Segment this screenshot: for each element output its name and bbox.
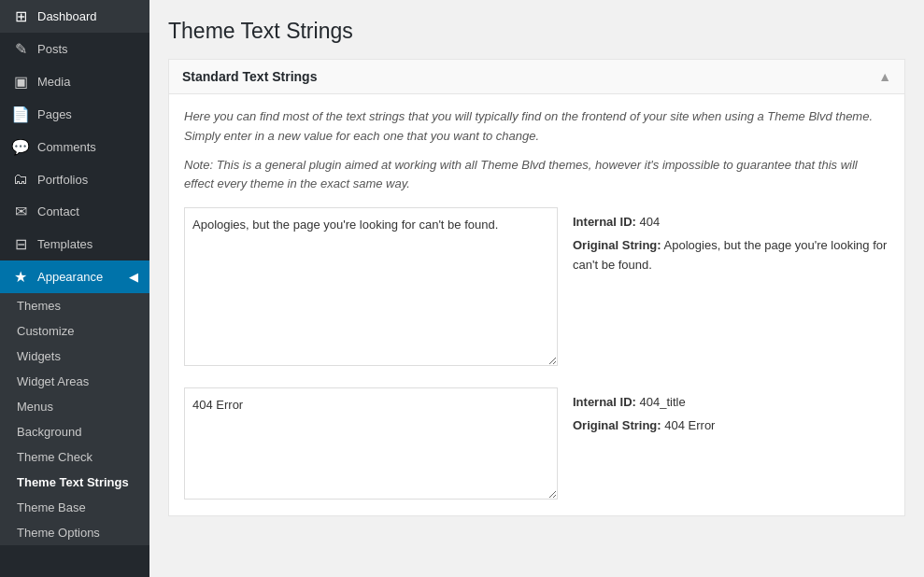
sidebar-subitem-widget-areas[interactable]: Widget Areas (0, 369, 149, 394)
panel-description-1: Here you can find most of the text strin… (184, 107, 889, 147)
sidebar-subitem-background[interactable]: Background (0, 419, 149, 444)
standard-text-strings-panel: Standard Text Strings ▲ Here you can fin… (168, 59, 905, 516)
sidebar-subitem-widgets[interactable]: Widgets (0, 344, 149, 369)
sidebar-item-label: Comments (37, 140, 96, 154)
sidebar-item-appearance[interactable]: ★ Appearance ◀ (0, 260, 149, 293)
sidebar-item-label: Pages (37, 107, 72, 121)
sidebar-item-media[interactable]: ▣ Media (0, 65, 149, 98)
sidebar-subitem-themes[interactable]: Themes (0, 293, 149, 318)
internal-id-label-404-title: Internal ID: (573, 395, 636, 409)
sidebar-item-contact[interactable]: ✉ Contact (0, 195, 149, 228)
internal-id-value-404-title: 404_title (640, 395, 686, 409)
media-icon: ▣ (11, 73, 30, 91)
comments-icon: 💬 (11, 138, 30, 156)
sidebar-item-pages[interactable]: 📄 Pages (0, 98, 149, 131)
dashboard-icon: ⊞ (11, 7, 30, 25)
sidebar-subitem-menus[interactable]: Menus (0, 394, 149, 419)
page-title: Theme Text Strings (168, 19, 905, 44)
sidebar-item-label: Posts (37, 42, 68, 56)
original-string-label-404-title: Original String: (573, 418, 661, 432)
original-string-value-404-title: 404 Error (664, 418, 715, 432)
pages-icon: 📄 (11, 106, 30, 123)
sidebar-item-label: Media (37, 75, 70, 89)
string-input-404[interactable] (184, 207, 558, 366)
internal-id-label-404: Internal ID: (573, 215, 636, 229)
string-row-404-title: Internal ID: 404_title Original String: … (184, 387, 889, 502)
sidebar-item-posts[interactable]: ✎ Posts (0, 33, 149, 65)
sidebar-item-dashboard[interactable]: ⊞ Dashboard (0, 0, 149, 33)
internal-id-line-404-title: Internal ID: 404_title (573, 393, 889, 413)
sidebar-subitem-customize[interactable]: Customize (0, 318, 149, 344)
sidebar-subitem-theme-text-strings[interactable]: Theme Text Strings (0, 470, 149, 495)
string-info-404: Internal ID: 404 Original String: Apolog… (573, 207, 889, 274)
string-info-404-title: Internal ID: 404_title Original String: … (573, 387, 889, 436)
appearance-submenu: Themes Customize Widgets Widget Areas Me… (0, 293, 149, 545)
internal-id-line-404: Internal ID: 404 (573, 213, 889, 232)
sidebar: ⊞ Dashboard ✎ Posts ▣ Media 📄 Pages 💬 Co… (0, 0, 149, 577)
panel-toggle-button[interactable]: ▲ (878, 69, 891, 84)
sidebar-subitem-theme-base[interactable]: Theme Base (0, 495, 149, 520)
string-textarea-404-title (184, 387, 558, 502)
posts-icon: ✎ (11, 40, 30, 58)
sidebar-subitem-theme-options[interactable]: Theme Options (0, 520, 149, 545)
portfolios-icon: 🗂 (11, 171, 30, 188)
string-row-404: Internal ID: 404 Original String: Apolog… (184, 207, 889, 369)
sidebar-item-label: Dashboard (37, 9, 97, 23)
contact-icon: ✉ (11, 203, 30, 220)
panel-body: Here you can find most of the text strin… (169, 94, 904, 515)
panel-description-2: Note: This is a general plugin aimed at … (184, 156, 889, 195)
sidebar-item-portfolios[interactable]: 🗂 Portfolios (0, 163, 149, 195)
sidebar-item-label: Appearance (37, 270, 103, 284)
sidebar-item-templates[interactable]: ⊟ Templates (0, 228, 149, 260)
templates-icon: ⊟ (11, 235, 30, 253)
sidebar-item-label: Templates (37, 237, 92, 251)
sidebar-item-label: Portfolios (37, 173, 88, 187)
original-string-line-404-title: Original String: 404 Error (573, 416, 889, 436)
original-string-label-404: Original String: (573, 238, 661, 252)
string-input-404-title[interactable] (184, 387, 558, 500)
panel-title: Standard Text Strings (182, 69, 317, 84)
appearance-icon: ★ (11, 268, 30, 286)
panel-header: Standard Text Strings ▲ (169, 60, 904, 94)
sidebar-item-label: Contact (37, 204, 79, 218)
appearance-arrow: ◀ (129, 270, 138, 284)
internal-id-value-404: 404 (640, 215, 661, 229)
sidebar-item-comments[interactable]: 💬 Comments (0, 131, 149, 163)
original-string-line-404: Original String: Apologies, but the page… (573, 236, 889, 275)
main-content: Theme Text Strings Standard Text Strings… (149, 0, 924, 577)
string-textarea-404 (184, 207, 558, 369)
sidebar-subitem-theme-check[interactable]: Theme Check (0, 444, 149, 470)
